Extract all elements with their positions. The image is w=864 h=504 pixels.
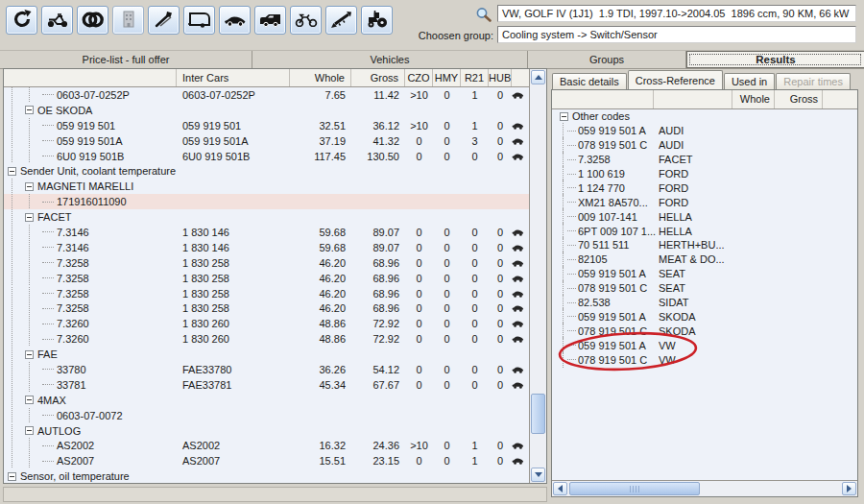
cross-reference-row[interactable]: 1 124 770FORD: [552, 180, 857, 195]
vehicle-applicability-icon[interactable]: [512, 273, 524, 284]
vehicle-applicability-icon[interactable]: [512, 364, 524, 375]
collapse-toggle-icon[interactable]: [8, 472, 16, 481]
table-row[interactable]: 059 919 501059 919 50132.5136.12>10010: [4, 118, 529, 133]
tab-price-list[interactable]: Price-list - full offer: [0, 51, 252, 68]
scroll-up-button[interactable]: [531, 70, 545, 84]
cross-reference-row[interactable]: 6PT 009 107 1...HELLA: [552, 224, 857, 238]
cross-reference-row[interactable]: 059 919 501 AAUDI: [552, 124, 857, 138]
cross-reference-row[interactable]: 009 107-141HELLA: [552, 209, 857, 224]
cross-reference-row[interactable]: 7.3258FACET: [552, 153, 857, 167]
vehicle-applicability-icon[interactable]: [512, 135, 524, 147]
cross-reference-row[interactable]: XM21 8A570...FORD: [552, 195, 857, 209]
table-row[interactable]: AS2002AS200216.3224.36>10010: [4, 438, 529, 453]
vehicle-applicability-icon[interactable]: [512, 242, 524, 253]
vehicle-applicability-icon[interactable]: [512, 89, 524, 101]
vehicle-applicability-icon[interactable]: [512, 302, 524, 314]
vehicle-applicability-icon[interactable]: [512, 440, 524, 451]
vehicle-applicability-icon[interactable]: [512, 120, 524, 132]
tree-group-row[interactable]: Sensor, oil temperature: [4, 468, 529, 483]
car-button[interactable]: [219, 6, 251, 35]
collapse-toggle-icon[interactable]: [25, 106, 34, 114]
tab-basic-details[interactable]: Basic details: [552, 73, 627, 89]
delivery-van-button[interactable]: [254, 6, 286, 35]
vehicle-applicability-icon[interactable]: [512, 455, 524, 467]
table-row[interactable]: 7.32581 830 25846.2068.960000: [4, 286, 529, 301]
tab-used-in[interactable]: Used in: [724, 73, 775, 89]
detail-horizontal-scrollbar[interactable]: [552, 480, 857, 496]
cross-reference-row[interactable]: 078 919 501 CSEAT: [552, 281, 857, 296]
tree-group-row[interactable]: Sender Unit, coolant temperature: [4, 163, 529, 179]
col-header-name[interactable]: [4, 69, 177, 86]
cross-reference-row[interactable]: 82105MEAT & DO...: [552, 252, 857, 267]
table-row[interactable]: 33780FAE3378036.2654.120000: [4, 362, 529, 377]
tools-button[interactable]: [148, 6, 180, 35]
table-row[interactable]: 6U0 919 501B6U0 919 501B117.45130.500000: [4, 149, 529, 164]
table-row[interactable]: 7.32601 830 26048.8672.920000: [4, 331, 529, 347]
table-row[interactable]: 7.31461 830 14659.6889.070000: [4, 225, 529, 240]
vehicle-field[interactable]: VW, GOLF IV (1J1) 1.9 TDI, 1997.10->2004…: [497, 5, 856, 22]
quad-bike-button[interactable]: [41, 6, 73, 35]
table-row[interactable]: AS2007AS200715.5123.150010: [4, 453, 529, 468]
results-vertical-scrollbar[interactable]: [529, 69, 546, 483]
col-header-r21[interactable]: R21: [461, 69, 489, 86]
motorcycle-button[interactable]: [290, 6, 322, 35]
table-row[interactable]: 7.32601 830 26048.8672.920000: [4, 316, 529, 331]
collapse-toggle-icon[interactable]: [25, 350, 34, 359]
table-row[interactable]: 7.31461 830 14659.6889.070000: [4, 240, 529, 255]
vehicle-applicability-icon[interactable]: [512, 257, 524, 269]
collapse-toggle-icon[interactable]: [25, 182, 34, 191]
scroll-right-button[interactable]: [842, 482, 856, 495]
col-header-whole[interactable]: Whole: [732, 90, 775, 108]
table-row[interactable]: 0603-07-0252P0603-07-0252P7.6511.42>1001…: [4, 87, 529, 103]
cross-reference-row[interactable]: 82.538SIDAT: [552, 296, 857, 310]
cross-reference-row[interactable]: 059 919 501 ASKODA: [552, 309, 857, 324]
col-header-czo[interactable]: CZO: [405, 69, 433, 86]
collapse-toggle-icon[interactable]: [8, 167, 16, 176]
table-row[interactable]: 171916011090: [4, 194, 529, 209]
tree-group-row[interactable]: MAGNETI MARELLI: [4, 179, 529, 194]
tires-button[interactable]: [77, 6, 108, 35]
table-row[interactable]: 059 919 501A059 919 501A37.1941.320030: [4, 133, 529, 149]
col-header-inter-cars[interactable]: Inter Cars: [177, 69, 290, 86]
collapse-toggle-icon[interactable]: [25, 426, 34, 435]
refresh-button[interactable]: [6, 6, 37, 35]
col-header-hmy[interactable]: HMY: [433, 69, 461, 86]
tree-group-row[interactable]: OE SKODA: [4, 103, 529, 118]
tractor-button[interactable]: [361, 6, 393, 35]
collapse-toggle-icon[interactable]: [25, 396, 34, 404]
col-header-hub[interactable]: HUB: [489, 69, 512, 86]
table-row[interactable]: 0603-07-0072: [4, 408, 529, 423]
col-header-brand[interactable]: [654, 90, 732, 108]
cross-reference-row-circled[interactable]: 059 919 501 AVW: [552, 338, 857, 352]
tab-vehicles[interactable]: Vehicles: [252, 51, 528, 68]
tab-cross-reference[interactable]: Cross-Reference: [628, 70, 723, 89]
collapse-toggle-icon[interactable]: [25, 213, 34, 222]
tree-group-row[interactable]: 4MAX: [4, 393, 529, 408]
col-header-whole[interactable]: Whole: [290, 69, 351, 86]
table-row[interactable]: 7.32581 830 25846.2068.960000: [4, 271, 529, 286]
driveshaft-button[interactable]: [325, 6, 357, 35]
cross-reference-row[interactable]: 1 100 619FORD: [552, 167, 857, 181]
vehicle-applicability-icon[interactable]: [512, 333, 524, 345]
table-row[interactable]: 7.32581 830 25846.2068.960000: [4, 255, 529, 271]
tree-group-row[interactable]: FAE: [4, 347, 529, 362]
col-header-gross[interactable]: Gross: [351, 69, 405, 86]
trailer-button[interactable]: [183, 6, 215, 35]
cross-reference-row[interactable]: 059 919 501 ASEAT: [552, 267, 857, 281]
cross-reference-row-circled[interactable]: 078 919 501 CVW: [552, 352, 857, 367]
col-header-gross[interactable]: Gross: [775, 90, 823, 108]
tree-group-row[interactable]: AUTLOG: [4, 423, 529, 439]
vehicle-applicability-icon[interactable]: [512, 318, 524, 329]
tab-groups[interactable]: Groups: [528, 51, 686, 68]
chosen-group-field[interactable]: Cooling system -> Switch/Sensor: [497, 26, 856, 43]
scroll-down-button[interactable]: [531, 468, 545, 482]
tab-results[interactable]: Results: [686, 51, 864, 68]
tree-group-row[interactable]: FACET: [4, 209, 529, 225]
vehicle-applicability-icon[interactable]: [512, 151, 524, 162]
table-row[interactable]: 7.32581 830 25846.2068.960000: [4, 300, 529, 316]
cross-reference-row[interactable]: 70 511 511HERTH+BU...: [552, 238, 857, 252]
col-header-code[interactable]: [552, 90, 654, 108]
tree-root-row[interactable]: Other codes: [552, 109, 857, 124]
scroll-thumb[interactable]: [531, 394, 545, 434]
collapse-toggle-icon[interactable]: [560, 112, 568, 121]
